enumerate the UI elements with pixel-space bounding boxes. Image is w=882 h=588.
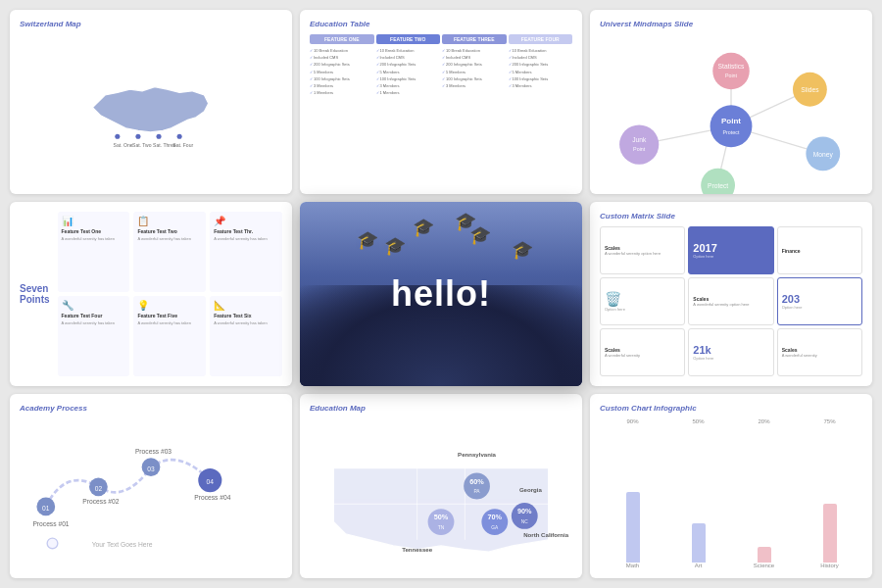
marker-label-4: Sat. Four (173, 142, 194, 148)
feature-title-4: Feature Test Four (62, 313, 126, 318)
bar-group-history (801, 484, 858, 563)
switzerland-slide: Switzerland Map Sat. One Sat. Two Sat. T… (10, 10, 292, 194)
bar-container-art (669, 484, 727, 563)
matrix-desc-7: A wonderful serenity (605, 353, 680, 358)
row-1-col-3: ✓10 Break Education (442, 48, 507, 53)
hero-slide: 🎓 🎓 🎓 🎓 🎓 🎓 hello! (300, 202, 582, 386)
bar-group-art (669, 484, 727, 563)
feature-card-4: 🔧 Feature Test Four A wonderful serenity… (58, 296, 130, 376)
marker-4 (177, 133, 182, 138)
feature-icon-2: 📋 (137, 216, 202, 226)
mindmap-area: Statistics Point Slides Money Protect Ju… (600, 34, 862, 194)
usa-map: 60% PA 70% GA 50% TN 90% NC Pennsylvania… (310, 418, 572, 577)
col-1: ✓10 Break Education ✓Included CMS ✓200 I… (310, 48, 374, 184)
matrix-num-203: 203 (782, 294, 858, 305)
seven-points-title: SevenPoints (20, 283, 50, 305)
map-name-georgia: GA (491, 525, 499, 530)
feature-icon-3: 📌 (214, 216, 278, 226)
matrix-num-21k: 21k (693, 345, 768, 356)
label-art: Art (669, 563, 727, 568)
edu-map-slide: Education Map 60% PA 70% GA 50% TN 90% N… (300, 394, 582, 578)
matrix-desc-1: A wonderful serenity option here (605, 251, 680, 256)
seven-points-left: SevenPoints (20, 212, 50, 376)
cap-1: 🎓 (357, 229, 378, 251)
row-3-col-3: ✓200 Infographic Sets (442, 62, 507, 67)
node-center (710, 105, 753, 147)
node-junk-label1: Junk (632, 136, 647, 143)
row-7-col-2: ✓1 Members (376, 90, 441, 95)
bar-group-math (604, 484, 662, 563)
cap-2: 🎓 (413, 217, 434, 238)
row-2-col-3: ✓Included CMS (442, 55, 507, 60)
bar-science (758, 547, 771, 563)
process-dot-label-2: 02 (95, 485, 103, 492)
row-1-col-2: ✓10 Break Education (376, 48, 441, 53)
feature-title-2: Feature Test Two (137, 228, 202, 234)
row-6-col-1: ✓3 Members (310, 83, 374, 88)
process-step-label-3: Process #03 (135, 448, 172, 455)
feature-icon-5: 💡 (137, 300, 202, 311)
process-line: 01 02 03 04 Process #01 Process #02 Proc… (20, 418, 282, 568)
matrix-slide: Custom Matrix Slide Scales A wonderful s… (590, 202, 872, 386)
row-5-col-4: ✓100 Infographic Sets (509, 76, 573, 81)
matrix-cell-6: 203 Option here (777, 277, 862, 325)
label-tennessee: Tennessee (402, 546, 433, 553)
row-1-col-4: ✓10 Break Education (509, 48, 573, 53)
th-feature-two: FEATURE TWO (376, 34, 441, 44)
matrix-label-21k: Option here (693, 356, 768, 361)
map-pct-pennsylvania: 60% (469, 477, 484, 486)
table-body: ✓10 Break Education ✓Included CMS ✓200 I… (310, 48, 572, 184)
process-svg: 01 02 03 04 Process #01 Process #02 Proc… (20, 418, 282, 568)
row-4-col-2: ✓5 Members (376, 70, 441, 74)
row-3-col-1: ✓200 Infographic Sets (310, 62, 374, 67)
edu-map-title: Education Map (310, 404, 572, 413)
feature-desc-1: A wonderful serenity has taken (62, 236, 126, 241)
chart-slide: Custom Chart Infographic 90% 50% 20% 75% (590, 394, 872, 578)
label-northca: North California (523, 531, 569, 538)
process-footer-label: Your Text Goes Here (92, 541, 153, 548)
marker-3 (157, 133, 162, 138)
row-2-col-4: ✓Included CMS (509, 55, 573, 60)
row-4-col-1: ✓5 Members (310, 70, 374, 74)
row-4-col-3: ✓5 Members (442, 70, 507, 74)
feature-desc-6: A wonderful serenity has taken (214, 320, 278, 325)
row-6-col-4: ✓3 Members (509, 83, 573, 88)
row-6-col-3: ✓3 Members (442, 83, 507, 88)
feature-desc-5: A wonderful serenity has taken (137, 320, 202, 325)
th-feature-three: FEATURE THREE (442, 34, 507, 44)
feature-title-6: Feature Test Six (214, 313, 278, 318)
feature-title-5: Feature Test Five (137, 313, 202, 318)
switzerland-map-svg: Sat. One Sat. Two Sat. Three Sat. Four (32, 58, 269, 166)
switzerland-map-area: Sat. One Sat. Two Sat. Three Sat. Four (20, 34, 282, 188)
switzerland-shape (93, 86, 209, 131)
marker-label-2: Sat. Two (132, 142, 152, 148)
node-statistics-label1: Statistics (718, 63, 745, 70)
matrix-cell-7: Scales A wonderful serenity (600, 328, 685, 376)
row-2-col-2: ✓Included CMS (376, 55, 441, 60)
feature-title-1: Feature Test One (62, 228, 126, 234)
academy-title: Academy Process (20, 404, 282, 413)
matrix-desc-5: A wonderful serenity option here (693, 302, 768, 307)
matrix-cell-3: Finance (777, 226, 862, 274)
node-money-label: Money (813, 151, 834, 159)
map-name-pennsylvania: PA (473, 489, 480, 494)
node-statistics-label2: Point (725, 73, 738, 78)
row-3-col-4: ✓200 Infographic Sets (509, 62, 573, 67)
process-step-label-4: Process #04 (194, 494, 230, 501)
process-dot-label-3: 03 (147, 466, 155, 472)
feature-desc-3: A wonderful serenity has taken (214, 236, 278, 241)
hero-text: hello! (391, 273, 491, 315)
academy-slide: Academy Process 01 02 03 04 Process #01 … (10, 394, 292, 578)
feature-card-5: 💡 Feature Test Five A wonderful serenity… (133, 296, 206, 376)
process-step-label-1: Process #01 (32, 520, 69, 527)
matrix-title: Custom Matrix Slide (600, 212, 862, 220)
feature-icon-6: 📐 (214, 300, 278, 311)
mindmap-svg: Statistics Point Slides Money Protect Ju… (600, 34, 862, 194)
edu-table-title: Education Table (310, 20, 572, 28)
process-pin (47, 538, 58, 549)
node-center-label2: Protect (723, 129, 740, 135)
feature-card-2: 📋 Feature Test Two A wonderful serenity … (133, 212, 206, 292)
chart-title: Custom Chart Infographic (600, 404, 862, 413)
label-pennsylvania: Pennsylvania (458, 451, 496, 458)
feature-grid: 📊 Feature Test One A wonderful serenity … (58, 212, 282, 376)
